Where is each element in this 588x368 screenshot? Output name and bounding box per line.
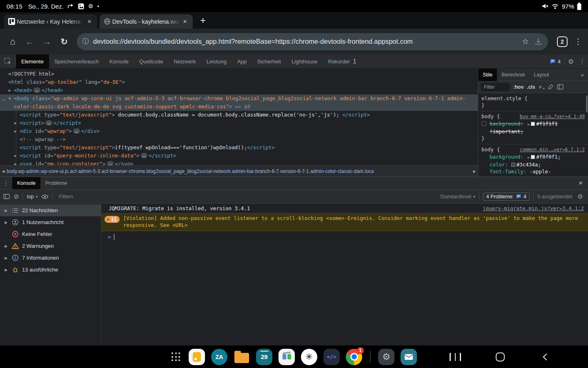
expand-arrow-icon[interactable]: ▶ bbox=[3, 268, 9, 272]
close-tab-icon[interactable]: × bbox=[85, 18, 94, 25]
ellipsis-button[interactable]: … bbox=[141, 153, 148, 158]
settings-app-icon[interactable]: ⚙ bbox=[378, 349, 394, 365]
forward-button[interactable]: → bbox=[39, 37, 55, 47]
repeat-count-badge[interactable]: ▶ 11 bbox=[105, 216, 120, 223]
recycle-app-icon[interactable] bbox=[278, 349, 295, 365]
code-line-wpwrap-div[interactable]: ▶<div id="wpwrap">…</div> bbox=[0, 127, 478, 135]
ellipsis-button[interactable]: … bbox=[33, 88, 40, 93]
crumb-scroll-right-icon[interactable]: ▶ bbox=[471, 169, 478, 173]
tab-konsole[interactable]: Konsole bbox=[104, 54, 134, 69]
ellipsis-button[interactable]: … bbox=[45, 120, 52, 126]
expand-arrow-icon[interactable]: ▶ bbox=[3, 209, 9, 213]
code-line-body-selected[interactable]: …▼<body class="wp-admin wp-core-ui js ac… bbox=[0, 94, 478, 111]
dev-app-icon[interactable]: </> bbox=[323, 349, 340, 365]
issues-button[interactable]: 4 bbox=[546, 58, 565, 65]
sidebar-item-info[interactable]: ▶ 7 Informationen bbox=[0, 252, 101, 264]
sidebar-item-no-errors[interactable]: Keine Fehler bbox=[0, 228, 101, 240]
tab-konsole-drawer[interactable]: Konsole bbox=[12, 177, 40, 189]
drawer-menu-icon[interactable]: ⋮ bbox=[0, 180, 12, 187]
tab-stile[interactable]: Stile bbox=[478, 69, 497, 81]
color-swatch[interactable] bbox=[531, 122, 535, 126]
code-line-query-monitor-script[interactable]: ▶<script id="query-monitor-inline-data">… bbox=[0, 152, 478, 160]
code-line-script-classname[interactable]: <script type="text/javascript"> document… bbox=[0, 111, 478, 119]
context-selector[interactable]: top▾ bbox=[27, 194, 38, 200]
tab-berechnet[interactable]: Berechnet bbox=[497, 69, 529, 81]
ellipsis-button[interactable]: … bbox=[107, 161, 114, 165]
more-tabs-icon[interactable]: » bbox=[577, 72, 588, 78]
back-button[interactable]: ← bbox=[22, 37, 38, 47]
expand-shorthand-icon[interactable]: ▶ bbox=[528, 123, 530, 126]
clear-console-icon[interactable]: ⊘ bbox=[13, 193, 19, 200]
close-drawer-icon[interactable]: × bbox=[573, 179, 588, 187]
css-property-color[interactable]: color: #3c434a; bbox=[481, 161, 585, 168]
files-app-icon[interactable] bbox=[234, 349, 250, 365]
style-filter-input[interactable]: Filter bbox=[481, 83, 510, 91]
tab-layout[interactable]: Layout bbox=[529, 69, 554, 81]
calendar-app-icon[interactable]: 29 bbox=[256, 349, 272, 365]
chrome-app-icon[interactable]: 1 bbox=[346, 349, 362, 365]
expand-arrow-icon[interactable]: ▶ bbox=[9, 86, 13, 94]
notes-app-icon[interactable] bbox=[189, 349, 205, 365]
new-style-rule-icon[interactable]: + bbox=[538, 83, 544, 91]
inspect-element-icon[interactable] bbox=[0, 57, 16, 65]
tab-quellcode[interactable]: Quellcode bbox=[134, 54, 169, 69]
close-tab-icon[interactable]: × bbox=[180, 18, 189, 25]
property-checkbox[interactable] bbox=[481, 121, 486, 126]
expand-arrow-icon[interactable]: ▶ bbox=[14, 127, 19, 135]
log-level-selector[interactable]: Standardlevel▾ bbox=[440, 194, 475, 200]
overflow-dots-icon[interactable]: … bbox=[2, 94, 5, 103]
code-line-html[interactable]: <html class="wp-toolbar" lang="de-DE"> bbox=[0, 78, 478, 86]
console-sidebar-toggle-icon[interactable] bbox=[3, 194, 10, 199]
breadcrumb-body-selector[interactable]: body.wp-admin.wp-core-ui.js.acf-admin-5-… bbox=[7, 168, 471, 174]
problems-button[interactable]: 4 Probleme: 4 bbox=[483, 193, 530, 201]
expand-shorthand-icon[interactable]: ▶ bbox=[528, 156, 530, 159]
tab-speicherverbrauch[interactable]: Speicherverbrauch bbox=[49, 54, 104, 69]
tab-app[interactable]: App bbox=[232, 54, 252, 69]
console-filter-input[interactable]: Filtern bbox=[59, 194, 436, 200]
tab-rekorder[interactable]: Rekorder bbox=[323, 54, 363, 69]
sidebar-item-warnings[interactable]: ▶ 2 Warnungen bbox=[0, 240, 101, 252]
source-link[interactable]: jquery-migrate.min.js?ver=3.4.1:2 bbox=[477, 205, 584, 211]
code-line-doctype[interactable]: <!DOCTYPE html> bbox=[0, 70, 478, 78]
expand-arrow-icon[interactable]: ▶ bbox=[3, 256, 9, 260]
new-tab-button[interactable]: + bbox=[200, 15, 206, 26]
css-property-font-family[interactable]: font-family: -apple- bbox=[481, 168, 585, 175]
tab-sicherheit[interactable]: Sicherheit bbox=[252, 54, 286, 69]
download-icon[interactable] bbox=[535, 38, 542, 45]
show-sidebar-icon[interactable] bbox=[557, 84, 564, 90]
app-drawer-icon[interactable] bbox=[172, 352, 180, 361]
expand-arrow-icon[interactable]: ▶ bbox=[14, 160, 19, 165]
stylesheet-link[interactable]: common.min.…ver=6.7.1:2 bbox=[520, 146, 585, 153]
tab-leistung[interactable]: Leistung bbox=[201, 54, 232, 69]
chatgpt-app-icon[interactable]: ✳ bbox=[301, 349, 317, 365]
browser-tab-netzwerke[interactable]: Netzwerke ‹ Kay Helena – × bbox=[4, 14, 97, 29]
code-line-qm-svg[interactable]: ▶<svg id="qm-icon-container">…</svg> bbox=[0, 160, 478, 165]
stylesheet-link[interactable]: buy-me-a-co…?ver=4.1:49 bbox=[520, 113, 585, 120]
tab-probleme[interactable]: Probleme bbox=[40, 177, 72, 189]
live-expression-eye-icon[interactable] bbox=[41, 194, 49, 199]
url-bar[interactable]: ⓘ devtools://devtools/bundled/devtools_a… bbox=[77, 33, 548, 50]
expand-arrow-icon[interactable]: ▶ bbox=[3, 244, 9, 248]
za-app-icon[interactable]: ZA bbox=[211, 349, 227, 365]
collapse-arrow-icon[interactable]: ▼ bbox=[9, 94, 13, 103]
home-nav-button[interactable] bbox=[488, 346, 512, 368]
recents-nav-button[interactable] bbox=[443, 346, 468, 368]
home-button[interactable]: ⌂ bbox=[5, 36, 20, 47]
console-prompt[interactable]: > bbox=[101, 231, 588, 240]
tab-elemente[interactable]: Elemente bbox=[16, 54, 49, 69]
code-line-script-collapsed[interactable]: ▶<script>…</script> bbox=[0, 119, 478, 127]
tab-switcher-button[interactable]: 2 bbox=[557, 36, 568, 47]
console-settings-icon[interactable]: ⚙ bbox=[578, 193, 583, 200]
rendering-emulation-icon[interactable] bbox=[548, 84, 554, 90]
devtools-settings-icon[interactable]: ⚙ bbox=[565, 58, 577, 65]
color-swatch[interactable] bbox=[511, 163, 515, 167]
page-info-icon[interactable]: ⓘ bbox=[82, 37, 89, 46]
expand-arrow-icon[interactable]: ▶ bbox=[14, 119, 19, 127]
tab-netzwerk[interactable]: Netzwerk bbox=[169, 54, 201, 69]
back-nav-button[interactable] bbox=[533, 346, 557, 368]
bookmark-star-icon[interactable]: ☆ bbox=[522, 37, 529, 46]
hover-toggle[interactable]: :hov bbox=[513, 84, 523, 90]
sidebar-item-verbose[interactable]: ▶ 13 ausführliche bbox=[0, 264, 101, 276]
ellipsis-button[interactable]: … bbox=[73, 128, 80, 134]
url-text[interactable]: devtools://devtools/bundled/devtools_app… bbox=[93, 38, 518, 45]
